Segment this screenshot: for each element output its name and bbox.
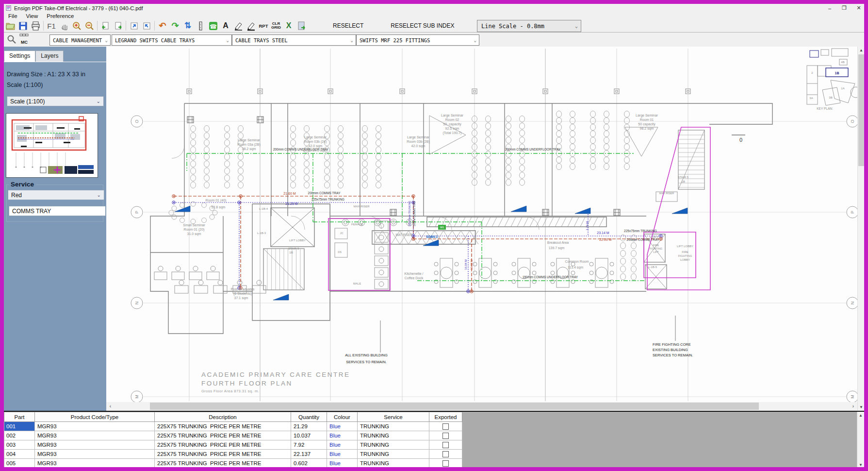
menu-file[interactable]: File: [4, 13, 22, 19]
exported-checkbox[interactable]: [442, 423, 449, 430]
redo-icon[interactable]: ↷: [169, 20, 181, 31]
table-row[interactable]: 003MGR93225X75 TRUNKING PRICE PER METRE7…: [4, 440, 462, 450]
link-back-icon[interactable]: [140, 20, 153, 31]
cell-code[interactable]: MGR93: [35, 431, 155, 440]
reselect-button[interactable]: RESELECT: [326, 22, 370, 29]
cell-service[interactable]: TRUNKING: [358, 450, 429, 459]
filter-combo-2[interactable]: LEGRAND SWIFTS CABLE TRAYS⌄: [112, 34, 232, 46]
scroll-right-icon[interactable]: ›: [849, 402, 857, 410]
cell-exported[interactable]: [429, 450, 462, 459]
help-f1-icon[interactable]: F1: [45, 20, 58, 31]
filter-combo-1[interactable]: CABLE MANAGEMENT⌄: [49, 34, 111, 46]
link-forward-icon[interactable]: [128, 20, 140, 31]
page-thumbnail[interactable]: [6, 113, 98, 178]
ruler-icon[interactable]: [194, 20, 207, 31]
table-row[interactable]: 002MGR93225X75 TRUNKING PRICE PER METRE1…: [4, 431, 462, 440]
send-page-icon[interactable]: [295, 20, 308, 31]
scroll-down-icon[interactable]: ▼: [858, 404, 864, 410]
zoom-in-icon[interactable]: [70, 20, 83, 31]
column-header-part[interactable]: Part: [4, 412, 35, 422]
cell-code[interactable]: MGR93: [35, 450, 155, 459]
scroll-down-icon[interactable]: ▼: [857, 461, 864, 467]
cell-exported[interactable]: [429, 440, 462, 450]
cell-desc[interactable]: 225X75 TRUNKING PRICE PER METRE: [155, 459, 291, 468]
scroll-up-icon[interactable]: ▲: [857, 412, 864, 419]
open-icon[interactable]: [4, 20, 16, 31]
column-header-colour[interactable]: Colour: [327, 412, 358, 422]
exported-checkbox[interactable]: [442, 442, 449, 448]
scale-select[interactable]: Scale (1:100)⌄: [7, 96, 104, 106]
minimize-button[interactable]: –: [826, 5, 833, 11]
cell-qty[interactable]: 22.137: [291, 450, 327, 459]
horizontal-scrollbar[interactable]: ‹ ›: [106, 402, 857, 410]
exported-checkbox[interactable]: [442, 433, 449, 439]
column-header-service[interactable]: Service: [358, 412, 429, 422]
cell-part[interactable]: 001: [4, 422, 35, 431]
cell-service[interactable]: TRUNKING: [358, 440, 429, 450]
page-next-icon[interactable]: [112, 20, 124, 31]
exported-checkbox[interactable]: [442, 451, 449, 457]
cell-colour[interactable]: Blue: [327, 422, 358, 431]
cell-exported[interactable]: [429, 459, 462, 468]
scroll-up-icon[interactable]: ▲: [858, 47, 864, 53]
cell-exported[interactable]: [429, 431, 462, 440]
undo-icon[interactable]: ↶: [156, 20, 169, 31]
cell-exported[interactable]: [429, 422, 462, 431]
cell-colour[interactable]: Blue: [327, 431, 358, 440]
reselect-sub-index-button[interactable]: RESELECT SUB INDEX: [384, 22, 461, 29]
phone-icon[interactable]: ☎: [207, 20, 219, 31]
cell-part[interactable]: 005: [4, 459, 35, 468]
cell-service[interactable]: TRUNKING: [358, 422, 429, 431]
table-row[interactable]: 001MGR93225X75 TRUNKING PRICE PER METRE2…: [4, 422, 462, 431]
cell-desc[interactable]: 225X75 TRUNKING PRICE PER METRE: [155, 422, 291, 431]
cell-service[interactable]: TRUNKING: [358, 459, 429, 468]
cell-desc[interactable]: 225X75 TRUNKING PRICE PER METRE: [155, 450, 291, 459]
cell-code[interactable]: MGR93: [35, 440, 155, 450]
line-scale-select[interactable]: Line Scale - 0.8mm⌄: [477, 20, 581, 32]
excel-export-icon[interactable]: X: [282, 20, 295, 31]
service-name-field[interactable]: COMMS TRAY: [9, 206, 106, 216]
close-button[interactable]: ✕: [855, 5, 862, 11]
cell-qty[interactable]: 21.29: [291, 422, 327, 431]
table-row[interactable]: 005MGR93225X75 TRUNKING PRICE PER METRE0…: [4, 459, 462, 468]
cell-code[interactable]: MGR93: [35, 422, 155, 431]
column-header-description[interactable]: Description: [155, 412, 291, 422]
cell-part[interactable]: 004: [4, 450, 35, 459]
tab-layers[interactable]: Layers: [35, 50, 64, 62]
mc-grid-icon[interactable]: MC: [19, 34, 29, 44]
service-colour-select[interactable]: Red⌄: [8, 190, 104, 200]
search-icon[interactable]: [7, 34, 16, 46]
cell-part[interactable]: 003: [4, 440, 35, 450]
vertical-scrollbar[interactable]: ▲ ▼: [857, 47, 864, 410]
page-prev-icon[interactable]: [99, 20, 112, 31]
filter-combo-4[interactable]: SWIFTS MRF 225 FITTINGS⌄: [356, 34, 479, 46]
tab-settings[interactable]: Settings: [4, 50, 35, 62]
print-icon[interactable]: [29, 20, 42, 31]
zoom-out-icon[interactable]: [83, 20, 96, 31]
pen-icon[interactable]: [245, 20, 257, 31]
exported-checkbox[interactable]: [442, 460, 449, 467]
cell-part[interactable]: 002: [4, 431, 35, 440]
cell-code[interactable]: MGR93: [35, 459, 155, 468]
highlight-icon[interactable]: [232, 20, 245, 31]
cell-qty[interactable]: 10.037: [291, 431, 327, 440]
scroll-left-icon[interactable]: ‹: [106, 402, 115, 410]
maximize-button[interactable]: ❐: [841, 5, 848, 11]
cell-colour[interactable]: Blue: [327, 450, 358, 459]
column-header-quantity[interactable]: Quantity: [291, 412, 327, 422]
text-icon[interactable]: A: [219, 20, 232, 31]
cell-desc[interactable]: 225X75 TRUNKING PRICE PER METRE: [155, 431, 291, 440]
column-header-exported[interactable]: Exported: [429, 412, 462, 422]
hscroll-thumb[interactable]: [150, 403, 759, 410]
menu-preference[interactable]: Preference: [42, 13, 78, 19]
pan-hand-icon[interactable]: [58, 20, 70, 31]
cell-qty[interactable]: 0.602: [291, 459, 327, 468]
table-scrollbar[interactable]: ▲ ▼: [857, 412, 864, 467]
filter-combo-3[interactable]: CABLE TRAYS STEEL⌄: [232, 34, 356, 46]
cell-qty[interactable]: 7.92: [291, 440, 327, 450]
save-icon[interactable]: [16, 20, 29, 31]
drawing-canvas[interactable]: OOPPNNMM0KEY PLAN:ACADEMIC PRIMARY CARE …: [106, 47, 857, 410]
cell-colour[interactable]: Blue: [327, 459, 358, 468]
column-header-product-code-type[interactable]: Product Code/Type: [35, 412, 155, 422]
table-row[interactable]: 004MGR93225X75 TRUNKING PRICE PER METRE2…: [4, 450, 462, 459]
